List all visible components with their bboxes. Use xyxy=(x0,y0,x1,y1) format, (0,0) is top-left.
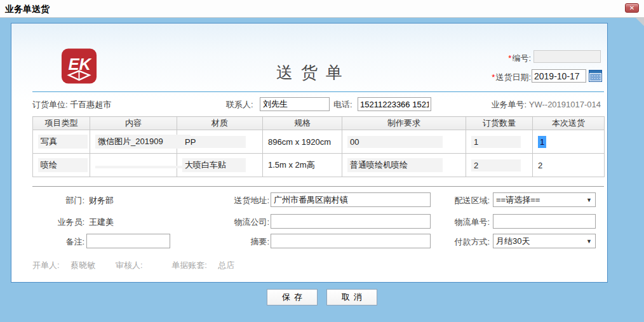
header-divider xyxy=(32,91,604,92)
delivery-region-select[interactable]: ==请选择== ▼ xyxy=(493,192,596,207)
cancel-button[interactable]: 取消 xyxy=(326,289,377,305)
chevron-down-icon: ▼ xyxy=(586,193,592,207)
cell-order-qty[interactable]: 1 xyxy=(471,136,521,148)
window-title: 业务单送货 xyxy=(5,4,50,15)
cell-spec[interactable]: 1.5m x 2m高 xyxy=(268,160,315,170)
corner-resize-triangle xyxy=(636,18,644,26)
tracking-number-label: 物流单号: xyxy=(425,217,490,228)
detail-row-3: 备注: 摘要: 付款方式: 月结30天 ▼ xyxy=(11,234,607,249)
phone-label: 电话: xyxy=(333,99,352,111)
phone-field[interactable] xyxy=(358,97,431,111)
auditor: 审核人: xyxy=(116,260,163,270)
cell-spec[interactable]: 896cm x 1920cm xyxy=(268,137,331,147)
business-order-number-label: 业务单号: xyxy=(492,100,527,109)
customer-label-value: 订货单位: 千百惠超市 xyxy=(32,99,111,111)
summary-field[interactable] xyxy=(271,234,431,248)
cell-material[interactable]: PP xyxy=(182,136,246,148)
detail-row-2: 业务员: 王建美 物流公司: 物流单号: xyxy=(11,214,607,229)
salesman-label: 业务员: xyxy=(32,217,84,228)
contact-field[interactable] xyxy=(260,97,330,111)
col-header-requirements: 制作要求 xyxy=(342,117,466,130)
col-header-item-type: 项目类型 xyxy=(33,117,90,130)
salesman-value: 王建美 xyxy=(89,217,114,228)
detail-row-1: 部门: 财务部 送货地址: 配送区域: ==请选择== ▼ xyxy=(11,192,607,208)
cell-requirements[interactable]: 普通喷绘机喷绘 xyxy=(347,158,443,172)
department-label: 部门: xyxy=(32,195,84,206)
cell-requirements[interactable]: 00 xyxy=(347,136,443,148)
number-label: *编号: xyxy=(508,53,531,64)
delivery-region-label: 配送区域: xyxy=(425,195,490,206)
delivery-region-value: ==请选择== xyxy=(496,195,540,205)
cell-item-type[interactable]: 写真 xyxy=(38,135,88,149)
delivery-date-label: *送货日期: xyxy=(492,72,531,83)
cell-order-qty[interactable]: 2 xyxy=(471,159,521,171)
delivery-date-field[interactable] xyxy=(532,69,586,83)
logistics-company-label: 物流公司: xyxy=(206,217,269,228)
footer-meta: 开单人: 蔡晓敏 审核人: 单据账套: 总店 xyxy=(32,260,252,271)
department-value: 财务部 xyxy=(89,195,114,206)
cell-delivery-qty[interactable]: 2 xyxy=(538,161,542,170)
col-header-content: 内容 xyxy=(90,117,177,130)
window-titlebar: 业务单送货 ✕ xyxy=(0,0,644,18)
table-header-row: 项目类型 内容 材质 规格 制作要求 订货数量 本次送货 xyxy=(33,117,605,130)
business-order-number: 业务单号: YW--20191017-014 xyxy=(492,99,601,111)
account-set: 单据账套: 总店 xyxy=(171,260,243,270)
cell-content[interactable] xyxy=(95,166,191,168)
required-marker: * xyxy=(492,72,495,82)
col-header-material: 材质 xyxy=(177,117,263,130)
payment-method-value: 月结30天 xyxy=(496,236,530,246)
items-table: 项目类型 内容 材质 规格 制作要求 订货数量 本次送货 写真 微信图片_201… xyxy=(32,116,605,177)
save-button[interactable]: 保存 xyxy=(267,289,318,305)
number-field[interactable] xyxy=(533,50,601,63)
cell-material[interactable]: 大喷白车贴 xyxy=(182,158,246,172)
remark-field[interactable] xyxy=(86,234,170,248)
table-row: 喷绘 大喷白车贴 1.5m x 2m高 普通喷绘机喷绘 2 2 xyxy=(33,154,605,177)
order-info-row: 订货单位: 千百惠超市 联系人: 电话: 业务单号: YW--20191017-… xyxy=(11,97,607,112)
customer-value: 千百惠超市 xyxy=(70,100,111,109)
contact-label: 联系人: xyxy=(226,99,253,111)
col-header-order-qty: 订货数量 xyxy=(466,117,533,130)
required-marker: * xyxy=(508,53,511,63)
chevron-down-icon: ▼ xyxy=(586,234,592,248)
delivery-address-label: 送货地址: xyxy=(206,195,269,206)
payment-method-select[interactable]: 月结30天 ▼ xyxy=(493,234,596,248)
cell-item-type[interactable]: 喷绘 xyxy=(38,158,88,172)
remark-label: 备注: xyxy=(32,236,84,248)
close-icon[interactable]: ✕ xyxy=(625,3,639,13)
col-header-delivery-qty: 本次送货 xyxy=(533,117,605,130)
calendar-icon[interactable] xyxy=(589,70,602,82)
col-header-spec: 规格 xyxy=(263,117,342,130)
creator: 开单人: 蔡晓敏 xyxy=(32,260,104,270)
payment-method-label: 付款方式: xyxy=(425,236,490,248)
cell-delivery-qty-selected[interactable]: 1 xyxy=(538,136,546,148)
table-row: 写真 微信图片_201909 PP 896cm x 1920cm 00 1 1 xyxy=(33,130,605,154)
tracking-number-field[interactable] xyxy=(493,214,596,229)
section-divider xyxy=(32,186,604,187)
delivery-address-field[interactable] xyxy=(271,192,431,207)
customer-label: 订货单位: xyxy=(32,100,68,109)
delivery-form-panel: EK 送货单 *编号: *送货日期: 订货单位: 千百惠超市 联系人: 电话: … xyxy=(11,23,608,283)
logistics-company-field[interactable] xyxy=(271,214,431,229)
summary-label: 摘要: xyxy=(206,236,269,248)
business-order-number-value: YW--20191017-014 xyxy=(529,100,601,109)
cell-content[interactable]: 微信图片_201909 xyxy=(95,135,191,149)
